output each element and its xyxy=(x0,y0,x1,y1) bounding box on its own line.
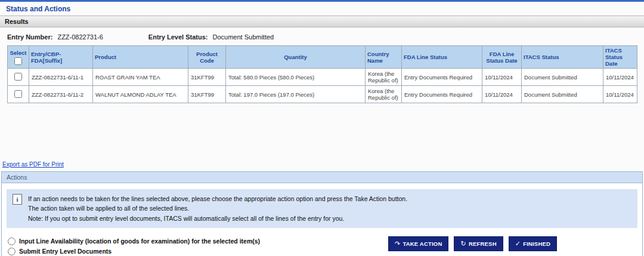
info-icon: i xyxy=(13,194,22,205)
results-section-header: Results xyxy=(0,16,644,27)
actions-info-box: i If an action needs to be taken for the… xyxy=(7,189,637,228)
results-table: Select Entry/CBP-FDA[Suffix] Product Pro… xyxy=(7,45,637,103)
header-itacs-status-date: ITACS Status Date xyxy=(603,46,637,69)
cell-entry: ZZZ-0822731-6/11-2 xyxy=(29,86,93,103)
cell-quantity: Total: 197.0 Pieces (197.0 Pieces) xyxy=(226,86,366,103)
header-quantity: Quantity xyxy=(226,46,366,69)
header-country-name: Country Name xyxy=(366,46,402,69)
header-itacs-status: ITACS Status xyxy=(522,46,603,69)
cell-fda-line-status-date: 10/11/2024 xyxy=(482,86,522,103)
option-label: Submit Entry Level Documents xyxy=(19,248,112,255)
entry-number-value: ZZZ-0822731-6 xyxy=(57,33,103,41)
actions-panel: Actions i If an action needs to be taken… xyxy=(1,171,643,256)
finished-button[interactable]: ✓ FINISHED xyxy=(509,236,557,251)
cell-quantity: Total: 580.0 Pieces (580.0 Pieces) xyxy=(226,69,366,86)
cell-entry: ZZZ-0822731-6/11-1 xyxy=(29,69,93,86)
cell-product: ROAST GRAIN YAM TEA xyxy=(93,69,188,86)
refresh-icon: ↻ xyxy=(460,240,466,248)
actions-options-area: Input Line Availability (location of goo… xyxy=(2,233,642,256)
results-table-container: Select Entry/CBP-FDA[Suffix] Product Pro… xyxy=(0,45,644,103)
info-line: If an action needs to be taken for the l… xyxy=(28,194,407,203)
action-buttons-row: ↷ TAKE ACTION ↻ REFRESH ✓ FINISHED xyxy=(388,236,557,251)
entry-info-row: Entry Number: ZZZ-0822731-6 Entry Level … xyxy=(0,27,644,45)
header-product-code: Product Code xyxy=(188,46,226,69)
table-row: ZZZ-0822731-6/11-1 ROAST GRAIN YAM TEA 3… xyxy=(8,69,637,86)
actions-section-header: Actions xyxy=(2,172,642,183)
header-fda-line-status: FDA Line Status xyxy=(402,46,482,69)
cell-fda-line-status: Entry Documents Required xyxy=(402,69,482,86)
entry-level-status-label: Entry Level Status: xyxy=(148,33,208,41)
cell-product: WALNUT ALMOND ADLAY TEA xyxy=(93,86,188,103)
cell-fda-line-status: Entry Documents Required xyxy=(402,86,482,103)
header-product: Product xyxy=(93,46,188,69)
cell-itacs-status: Document Submitted xyxy=(522,86,603,103)
option-label: Input Line Availability (location of goo… xyxy=(19,238,260,245)
info-line: The action taken will be applied to all … xyxy=(28,203,407,213)
info-line: Note: If you opt to submit entry level d… xyxy=(28,214,407,223)
cell-itacs-status-date: 10/11/2024 xyxy=(603,86,637,103)
actions-info-text: If an action needs to be taken for the l… xyxy=(28,194,407,223)
export-pdf-link[interactable]: Export as PDF for Print xyxy=(2,161,64,168)
take-action-button[interactable]: ↷ TAKE ACTION xyxy=(388,236,448,251)
radio-input-line-availability[interactable] xyxy=(8,238,16,245)
take-action-icon: ↷ xyxy=(395,240,400,248)
entry-number-label: Entry Number: xyxy=(7,33,52,41)
radio-submit-entry-level-documents[interactable] xyxy=(8,248,16,255)
table-row: ZZZ-0822731-6/11-2 WALNUT ALMOND ADLAY T… xyxy=(8,86,637,103)
page-title: Status and Actions xyxy=(0,2,644,16)
finished-icon: ✓ xyxy=(515,240,521,248)
refresh-button[interactable]: ↻ REFRESH xyxy=(454,236,503,251)
results-empty-space xyxy=(0,103,644,158)
cell-product-code: 31KFT99 xyxy=(188,69,226,86)
cell-product-code: 31KFT99 xyxy=(188,86,226,103)
row-select-checkbox[interactable] xyxy=(14,90,22,98)
entry-level-status-value: Document Submitted xyxy=(212,33,274,41)
cell-itacs-status-date: 10/11/2024 xyxy=(603,69,637,86)
cell-fda-line-status-date: 10/11/2024 xyxy=(482,69,522,86)
table-header-row: Select Entry/CBP-FDA[Suffix] Product Pro… xyxy=(8,46,637,69)
cell-country: Korea (the Republic of) xyxy=(366,69,402,86)
cell-country: Korea (the Republic of) xyxy=(366,86,402,103)
header-entry: Entry/CBP-FDA[Suffix] xyxy=(29,46,93,69)
header-select: Select xyxy=(8,46,29,69)
header-fda-line-status-date: FDA Line Status Date xyxy=(482,46,522,69)
cell-itacs-status: Document Submitted xyxy=(522,69,603,86)
row-select-checkbox[interactable] xyxy=(14,73,22,81)
select-all-checkbox[interactable] xyxy=(14,57,22,65)
